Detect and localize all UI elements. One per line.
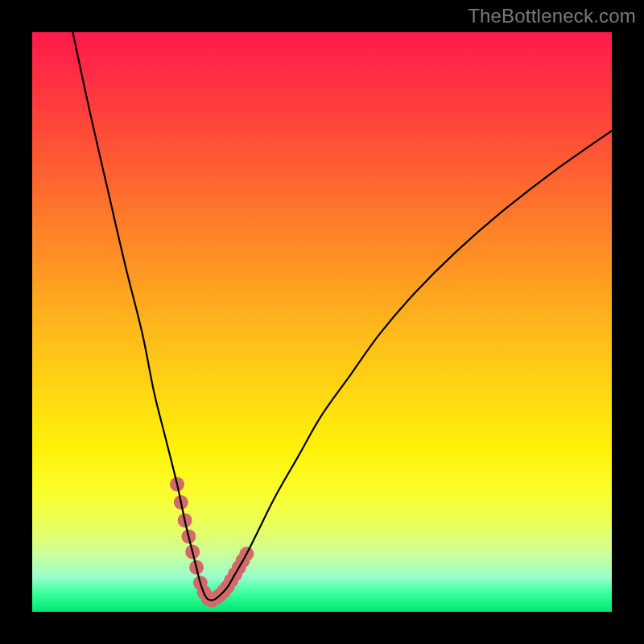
chart-frame: TheBottleneck.com <box>0 0 644 644</box>
plot-area <box>32 32 612 612</box>
marker-segment <box>170 477 254 608</box>
curve-layer <box>32 32 612 612</box>
watermark-text: TheBottleneck.com <box>468 5 636 27</box>
bottleneck-curve <box>72 32 612 601</box>
